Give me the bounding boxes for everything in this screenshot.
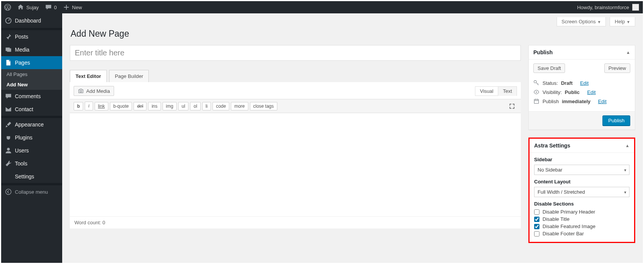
collapse-menu[interactable]: Collapse menu xyxy=(1,185,62,198)
caret-up-icon: ▲ xyxy=(625,143,630,148)
plug-icon xyxy=(5,134,12,141)
qt-li[interactable]: li xyxy=(202,102,211,110)
check-label: Disable Title xyxy=(543,216,570,222)
publish-on-label: Publish xyxy=(543,99,559,104)
expand-icon xyxy=(509,103,515,109)
sidebar-comments[interactable]: Comments xyxy=(1,90,62,103)
sidebar-appearance[interactable]: Appearance xyxy=(1,118,62,131)
sidebar-pages[interactable]: Pages xyxy=(1,56,62,69)
content-textarea[interactable] xyxy=(70,113,521,216)
svg-point-4 xyxy=(80,90,82,92)
sidebar-item-label: Media xyxy=(15,47,29,53)
publish-button[interactable]: Publish xyxy=(602,115,630,126)
home-icon xyxy=(17,4,24,11)
sidebar-posts[interactable]: Posts xyxy=(1,30,62,43)
qt-img[interactable]: img xyxy=(163,102,177,110)
sidebar-tools[interactable]: Tools xyxy=(1,157,62,170)
tab-text-editor[interactable]: Text Editor xyxy=(70,70,107,82)
svg-point-5 xyxy=(534,81,536,83)
sidebar-item-label: Plugins xyxy=(15,134,32,141)
view-text[interactable]: Text xyxy=(498,86,517,96)
sidebar-select[interactable]: No Sidebar xyxy=(534,165,630,175)
qt-del[interactable]: del xyxy=(134,102,147,110)
site-name-link[interactable]: Sujay xyxy=(14,1,42,13)
fullscreen-button[interactable] xyxy=(507,102,517,110)
astra-box-header[interactable]: Astra Settings▲ xyxy=(530,139,634,153)
user-icon xyxy=(5,147,12,154)
admin-sidebar: Dashboard Posts Media Pages All Pages Ad… xyxy=(1,13,62,263)
publish-box: Publish▲ Save Draft Preview Status: Draf… xyxy=(528,45,635,130)
add-media-button[interactable]: Add Media xyxy=(74,86,114,96)
wrench-icon xyxy=(5,160,12,167)
add-media-label: Add Media xyxy=(86,88,110,94)
caret-down-icon: ▼ xyxy=(626,20,630,24)
sidebar-users[interactable]: Users xyxy=(1,144,62,157)
edit-status-link[interactable]: Edit xyxy=(580,80,588,86)
check-disable-footer-bar[interactable]: Disable Footer Bar xyxy=(534,231,630,236)
new-link[interactable]: New xyxy=(60,1,85,13)
submenu-add-new[interactable]: Add New xyxy=(1,79,62,90)
qt-ol[interactable]: ol xyxy=(190,102,200,110)
checkbox[interactable] xyxy=(534,224,539,229)
dashboard-icon xyxy=(5,17,12,24)
sidebar-media[interactable]: Media xyxy=(1,43,62,56)
screen-options-button[interactable]: Screen Options▼ xyxy=(557,17,606,26)
astra-title: Astra Settings xyxy=(534,143,570,149)
checkbox[interactable] xyxy=(534,231,539,236)
tab-page-builder[interactable]: Page Builder xyxy=(109,70,149,82)
check-disable-title[interactable]: Disable Title xyxy=(534,216,630,222)
publish-on-value: immediately xyxy=(562,99,591,104)
check-label: Disable Primary Header xyxy=(543,209,595,215)
page-title: Add New Page xyxy=(71,29,635,39)
avatar[interactable] xyxy=(632,4,639,11)
sidebar-item-label: Pages xyxy=(15,60,30,66)
mail-icon xyxy=(5,106,12,113)
edit-visibility-link[interactable]: Edit xyxy=(587,89,596,95)
submenu-all-pages[interactable]: All Pages xyxy=(1,69,62,79)
qt-closetags[interactable]: close tags xyxy=(250,102,277,110)
sliders-icon xyxy=(5,173,12,180)
sidebar-item-label: Settings xyxy=(15,173,34,180)
save-draft-button[interactable]: Save Draft xyxy=(533,63,565,73)
pin-icon xyxy=(5,33,12,40)
qt-bquote[interactable]: b-quote xyxy=(110,102,132,110)
qt-code[interactable]: code xyxy=(213,102,229,110)
howdy-text[interactable]: Howdy, brainstormforce xyxy=(577,5,629,10)
visibility-label: Visibility: xyxy=(543,89,562,95)
sidebar-dashboard[interactable]: Dashboard xyxy=(1,13,62,28)
editor-footer: Word count: 0 xyxy=(70,216,521,228)
sidebar-item-label: Tools xyxy=(15,160,27,167)
qt-italic[interactable]: i xyxy=(85,102,93,110)
sidebar-item-label: Posts xyxy=(15,34,28,40)
preview-button[interactable]: Preview xyxy=(604,63,630,73)
view-visual[interactable]: Visual xyxy=(475,86,498,96)
title-input[interactable] xyxy=(70,45,521,61)
comment-count: 0 xyxy=(54,5,57,10)
qt-more[interactable]: more xyxy=(231,102,248,110)
qt-bold[interactable]: b xyxy=(74,102,83,110)
wp-logo[interactable] xyxy=(1,1,14,13)
check-label: Disable Footer Bar xyxy=(543,231,584,236)
check-disable-primary-header[interactable]: Disable Primary Header xyxy=(534,209,630,215)
checkbox[interactable] xyxy=(534,217,539,222)
checkbox[interactable] xyxy=(534,209,539,215)
sidebar-contact[interactable]: Contact xyxy=(1,103,62,116)
publish-box-header[interactable]: Publish▲ xyxy=(529,45,635,60)
content-layout-select[interactable]: Full Width / Stretched xyxy=(534,187,630,197)
comments-link[interactable]: 0 xyxy=(42,1,60,13)
collapse-label: Collapse menu xyxy=(15,189,48,195)
camera-icon xyxy=(78,88,84,94)
check-disable-featured-image[interactable]: Disable Featured Image xyxy=(534,224,630,229)
status-label: Status: xyxy=(543,80,558,86)
sidebar-plugins[interactable]: Plugins xyxy=(1,131,62,144)
help-button[interactable]: Help▼ xyxy=(610,17,635,26)
sidebar-settings[interactable]: Settings xyxy=(1,170,62,183)
qt-link[interactable]: link xyxy=(95,102,108,110)
pages-icon xyxy=(5,59,12,66)
sidebar-item-label: Comments xyxy=(15,93,41,99)
visibility-value: Public xyxy=(565,89,580,95)
qt-ul[interactable]: ul xyxy=(178,102,188,110)
edit-date-link[interactable]: Edit xyxy=(598,99,606,104)
qt-ins[interactable]: ins xyxy=(148,102,161,110)
svg-point-3 xyxy=(6,189,11,194)
